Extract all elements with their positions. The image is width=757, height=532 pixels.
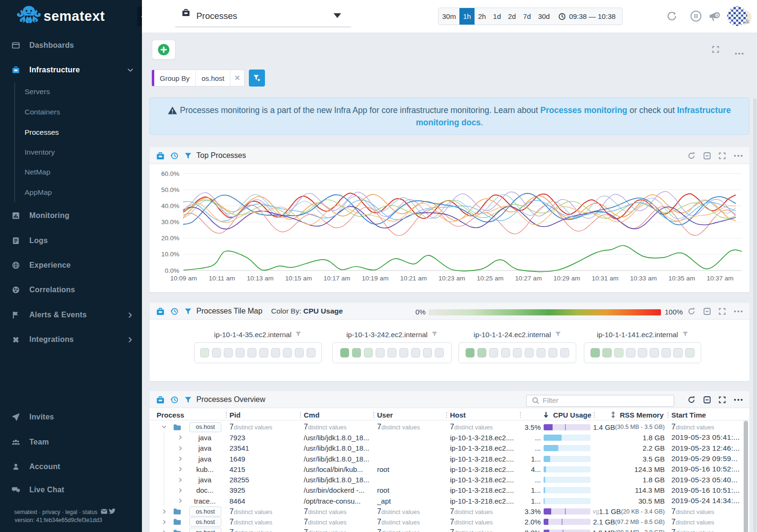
svg-text:20.0%: 20.0% [161, 235, 179, 242]
svg-text:0.0%: 0.0% [165, 267, 179, 274]
svg-text:30.0%: 30.0% [161, 218, 179, 226]
svg-text:10:25 am: 10:25 am [477, 275, 503, 282]
svg-text:10:33 am: 10:33 am [630, 275, 657, 282]
svg-text:60.0%: 60.0% [161, 170, 179, 177]
svg-text:10:29 am: 10:29 am [554, 275, 580, 282]
svg-text:10:27 am: 10:27 am [515, 275, 542, 282]
svg-text:10:09 am: 10:09 am [170, 275, 197, 282]
svg-text:10:15 am: 10:15 am [285, 275, 312, 282]
svg-text:10:31 am: 10:31 am [592, 275, 618, 282]
svg-text:50.0%: 50.0% [161, 186, 179, 193]
svg-text:10:19 am: 10:19 am [362, 275, 388, 282]
svg-text:10:21 am: 10:21 am [400, 275, 427, 282]
svg-text:10:13 am: 10:13 am [247, 275, 273, 282]
svg-text:10:37 am: 10:37 am [707, 275, 733, 282]
svg-text:10:35 am: 10:35 am [669, 275, 695, 282]
svg-text:40.0%: 40.0% [161, 202, 179, 209]
svg-text:10:23 am: 10:23 am [439, 275, 465, 282]
svg-text:10:17 am: 10:17 am [324, 275, 350, 282]
svg-text:10.0%: 10.0% [161, 251, 179, 258]
svg-text:10:11 am: 10:11 am [209, 275, 235, 282]
